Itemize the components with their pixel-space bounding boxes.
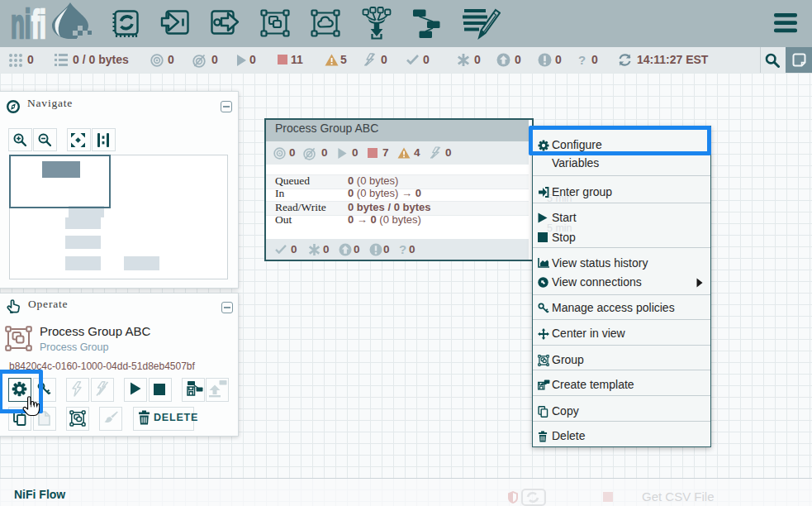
svg-text:fi: fi — [31, 1, 46, 41]
svg-text:ni: ni — [11, 2, 31, 41]
